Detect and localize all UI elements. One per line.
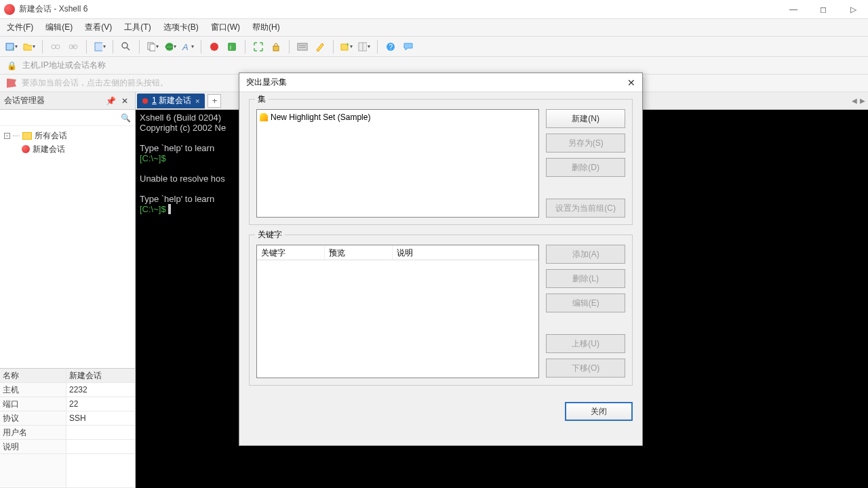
svg-point-3 [56, 45, 60, 49]
tree-session-label[interactable]: 新建会话 [33, 144, 65, 155]
link-icon[interactable] [50, 41, 62, 53]
move-down-button[interactable]: 下移(O) [546, 359, 625, 378]
svg-rect-11 [150, 44, 155, 51]
add-tab-button[interactable]: + [208, 94, 221, 108]
add-keyword-button[interactable]: 添加(A) [546, 245, 625, 264]
set-current-button[interactable]: 设置为当前组(C) [546, 199, 625, 218]
session-icon [22, 145, 30, 153]
green-badge-icon[interactable]: i [226, 41, 238, 53]
properties-icon[interactable] [94, 41, 106, 53]
menu-window[interactable]: 窗口(W) [211, 22, 240, 33]
prop-val: SSH [66, 411, 135, 425]
hint-text: 要添加当前会话，点击左侧的箭头按钮。 [22, 77, 168, 89]
help-icon[interactable]: ? [384, 41, 397, 53]
svg-point-8 [122, 43, 127, 48]
svg-text:+: + [12, 45, 14, 52]
tab-next-icon[interactable]: ▶ [860, 97, 865, 104]
highlight-sets-dialog: 突出显示集 ✕ 集 New Highlight Set (Sample) 新建(… [239, 73, 643, 446]
comment-icon[interactable] [402, 41, 414, 53]
new-tab-icon[interactable]: + [340, 41, 353, 53]
highlight-set-icon [260, 113, 268, 121]
svg-rect-16 [228, 43, 236, 51]
window-title: 新建会话 - Xshell 6 [19, 3, 87, 15]
copy-icon[interactable] [146, 41, 159, 53]
prop-key: 名称 [0, 369, 66, 382]
move-up-button[interactable]: 上移(U) [546, 334, 625, 353]
prop-val: 22 [66, 397, 135, 411]
folder-icon [22, 132, 32, 140]
prop-key: 端口 [0, 397, 66, 411]
search-icon: 🔍 [121, 113, 131, 123]
set-listbox[interactable]: New Highlight Set (Sample) [256, 109, 539, 218]
menu-bar: 文件(F) 编辑(E) 查看(V) 工具(T) 选项卡(B) 窗口(W) 帮助(… [0, 19, 868, 37]
svg-text:i: i [230, 44, 231, 51]
prop-val [66, 440, 135, 453]
prop-key: 用户名 [0, 426, 66, 439]
close-dialog-button[interactable]: 关闭 [565, 402, 633, 421]
col-preview[interactable]: 预览 [325, 245, 393, 260]
session-tab[interactable]: 1 新建会话 × [137, 94, 205, 108]
menu-tab[interactable]: 选项卡(B) [163, 22, 199, 33]
tree-collapse-icon[interactable]: − [4, 133, 10, 139]
lock-icon[interactable] [270, 41, 282, 53]
keyboard-icon[interactable] [296, 41, 309, 53]
dialog-close-icon[interactable]: ✕ [627, 77, 635, 88]
keyword-group-label: 关键字 [255, 229, 285, 241]
prop-val: 新建会话 [66, 369, 135, 382]
col-keyword[interactable]: 关键字 [257, 245, 325, 260]
open-icon[interactable] [23, 41, 35, 53]
status-dot-icon [142, 98, 148, 104]
menu-view[interactable]: 查看(V) [85, 22, 112, 33]
app-logo-icon [4, 4, 15, 15]
svg-rect-18 [273, 46, 279, 51]
menu-tools[interactable]: 工具(T) [124, 22, 151, 33]
search-icon[interactable] [120, 41, 132, 53]
fullscreen-icon[interactable] [252, 41, 264, 53]
tree-root-label[interactable]: 所有会话 [35, 130, 67, 142]
minimize-button[interactable]: — [778, 0, 808, 19]
menu-file[interactable]: 文件(F) [7, 22, 33, 33]
tab-close-icon[interactable]: × [195, 97, 199, 105]
menu-help[interactable]: 帮助(H) [252, 22, 280, 33]
new-button[interactable]: 新建(N) [546, 109, 625, 128]
svg-point-15 [210, 43, 218, 51]
session-manager-panel: 会话管理器 📌 ✕ 🔍 − 所有会话 新建会话 名称新建会话 主机2232 端口… [0, 92, 136, 488]
col-desc[interactable]: 说明 [393, 245, 538, 260]
new-session-icon[interactable]: + [5, 41, 18, 53]
toolbar: + A i + ? [0, 37, 868, 57]
tab-label: 1 新建会话 [152, 95, 191, 106]
layout-icon[interactable] [358, 41, 370, 53]
svg-text:A: A [182, 42, 189, 52]
session-tree[interactable]: − 所有会话 新建会话 [0, 126, 135, 368]
red-dot-icon[interactable] [208, 41, 220, 53]
reconnect-icon[interactable] [67, 41, 79, 53]
menu-edit[interactable]: 编辑(E) [45, 22, 73, 33]
edit-keyword-button[interactable]: 编辑(E) [546, 293, 625, 312]
svg-rect-19 [298, 43, 307, 50]
highlight-icon[interactable] [314, 41, 326, 53]
font-icon[interactable]: A [182, 41, 194, 53]
globe-icon[interactable] [164, 41, 176, 53]
close-button[interactable]: ▷ [838, 0, 868, 19]
window-titlebar: 新建会话 - Xshell 6 — ◻ ▷ [0, 0, 868, 19]
delete-keyword-button[interactable]: 删除(L) [546, 269, 625, 288]
prop-key: 说明 [0, 440, 66, 453]
prop-val: 2232 [66, 383, 135, 396]
session-properties: 名称新建会话 主机2232 端口22 协议SSH 用户名 说明 [0, 368, 135, 488]
session-manager-title: 会话管理器 [4, 95, 45, 106]
saveas-button[interactable]: 另存为(S) [546, 134, 625, 152]
tab-prev-icon[interactable]: ◀ [852, 97, 857, 104]
panel-close-icon[interactable]: ✕ [119, 96, 131, 106]
keyword-group: 关键字 关键字 预览 说明 添加(A) 删除(L) 编辑(E) 上移(U) 下移… [249, 235, 633, 386]
set-item-label: New Highlight Set (Sample) [271, 113, 370, 122]
delete-set-button[interactable]: 删除(D) [546, 158, 625, 177]
svg-point-12 [165, 43, 173, 51]
keyword-table[interactable]: 关键字 预览 说明 [256, 245, 539, 378]
pin-icon[interactable]: 📌 [103, 96, 119, 106]
svg-text:+: + [346, 42, 349, 48]
set-list-item[interactable]: New Highlight Set (Sample) [258, 111, 537, 123]
set-group: 集 New Highlight Set (Sample) 新建(N) 另存为(S… [249, 99, 633, 225]
session-search[interactable]: 🔍 [0, 110, 135, 126]
maximize-button[interactable]: ◻ [808, 0, 838, 19]
set-group-label: 集 [255, 94, 269, 105]
